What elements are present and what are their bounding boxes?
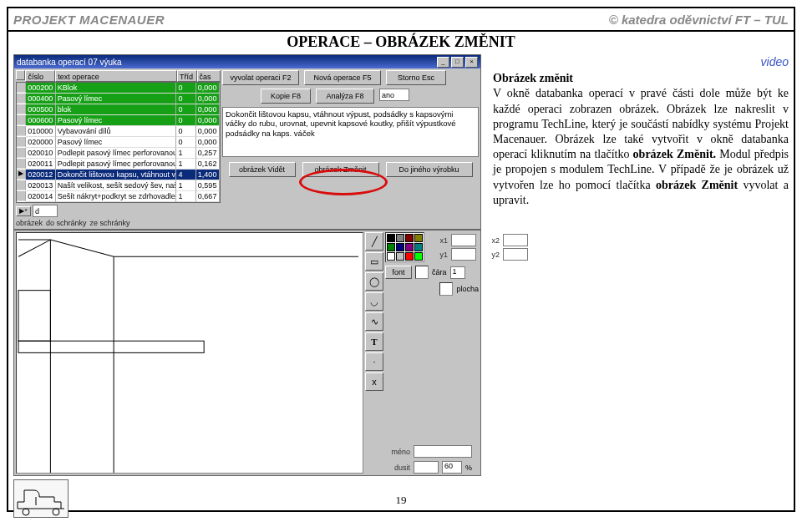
lbl-dusit: dusit xyxy=(385,464,410,472)
btn-nova[interactable]: Nová operace F5 xyxy=(304,70,381,85)
cell-c1: 020013 xyxy=(26,180,56,191)
table-row[interactable]: 020014Sešít nákryt+podkryt se zdrhovadle… xyxy=(17,191,220,202)
row-handle[interactable] xyxy=(17,115,26,125)
header-right: © katedra oděvnictví FT – TUL xyxy=(609,13,789,27)
tool-point[interactable]: · xyxy=(365,352,383,371)
input-y1[interactable] xyxy=(451,248,476,261)
cell-c4: 0,257 xyxy=(196,148,220,159)
input-meno[interactable] xyxy=(414,445,472,458)
input-percent[interactable]: 60 xyxy=(442,461,462,474)
line-style-preview[interactable] xyxy=(415,266,429,279)
svg-rect-3 xyxy=(18,291,50,342)
para-heading: Obrázek změnit xyxy=(493,72,573,84)
cell-c4: 0,667 xyxy=(196,191,220,202)
row-handle[interactable] xyxy=(17,137,26,147)
input-dusit[interactable] xyxy=(414,461,439,474)
cell-c4: 0,000 xyxy=(196,94,220,104)
video-link[interactable]: video xyxy=(493,54,789,69)
cell-c1: 000400 xyxy=(26,94,56,104)
para-bold1: obrázek Změnit. xyxy=(633,148,720,160)
btn-videt[interactable]: obrázek Vidět xyxy=(229,162,296,177)
lbl-y1: y1 xyxy=(428,251,448,259)
row-handle[interactable] xyxy=(17,83,26,93)
filter-input[interactable]: d xyxy=(33,205,58,217)
table-row[interactable]: 020010Podlepit pasový límec perforovanou… xyxy=(17,148,220,159)
btn-font[interactable]: font xyxy=(385,266,412,279)
close-button[interactable]: × xyxy=(465,57,478,68)
table-row[interactable]: 020000Pasový límec00,000 xyxy=(17,137,220,148)
swatch[interactable] xyxy=(396,243,404,251)
table-row[interactable]: 020011Podlepit pasový límec perforovanou… xyxy=(17,159,220,170)
cell-c3: 0 xyxy=(176,94,195,104)
row-handle[interactable] xyxy=(17,180,26,190)
cell-c3: 0 xyxy=(176,137,195,148)
row-handle[interactable] xyxy=(17,104,26,114)
maximize-button[interactable]: □ xyxy=(451,57,464,68)
table-row[interactable]: 000400Pasový límec00,000 xyxy=(17,94,220,104)
swatch[interactable] xyxy=(387,243,395,251)
tool-rect[interactable]: ▭ xyxy=(365,252,383,271)
table-row[interactable]: ▶020012Dokončit lištovou kapsu, vtáhnout… xyxy=(17,170,220,180)
table-row[interactable]: 010000Vybavování dílů00,000 xyxy=(17,126,220,137)
tool-arc[interactable]: ◡ xyxy=(365,292,383,311)
window-body: číslo text operace Tříd čas 000200KBlok0… xyxy=(14,68,480,229)
swatch[interactable] xyxy=(405,252,414,261)
row-handle[interactable] xyxy=(17,94,26,104)
fill-preview[interactable] xyxy=(439,282,453,296)
btn-storno[interactable]: Storno Esc xyxy=(386,70,446,85)
cell-c1: 020000 xyxy=(26,137,56,148)
page-title: OPERACE – OBRÁZEK ZMĚNIT xyxy=(8,33,794,51)
swatch[interactable] xyxy=(414,243,423,251)
row-handle[interactable] xyxy=(17,126,26,136)
footer-ze-schranky[interactable]: ze schránky xyxy=(90,219,130,227)
row-handle[interactable] xyxy=(17,191,26,201)
cell-c1: 000600 xyxy=(26,115,56,126)
swatch[interactable] xyxy=(405,243,414,251)
footer-do-schranky[interactable]: do schránky xyxy=(46,219,87,227)
cell-c1: 020012 xyxy=(26,170,56,180)
btn-jineho[interactable]: Do jiného výrobku xyxy=(386,162,473,177)
swatch[interactable] xyxy=(387,252,395,261)
grid-body[interactable]: 000200KBlok00,000000400Pasový límec00,00… xyxy=(16,82,221,203)
row-handle[interactable]: ▶ xyxy=(17,170,26,180)
swatch[interactable] xyxy=(405,234,414,242)
cell-c1: 010000 xyxy=(26,126,56,137)
swatch[interactable] xyxy=(396,234,404,242)
swatch[interactable] xyxy=(396,252,404,261)
btn-kopie[interactable]: Kopie F8 xyxy=(261,89,311,104)
color-palette[interactable] xyxy=(385,232,424,262)
swatch[interactable] xyxy=(387,234,395,242)
btn-analyza[interactable]: Analýza F8 xyxy=(316,89,374,104)
col-cislo[interactable]: číslo xyxy=(25,70,55,82)
tool-curve[interactable]: ∿ xyxy=(365,312,383,331)
input-x1[interactable] xyxy=(451,234,476,246)
btn-zmenit[interactable]: obrázek Změnit xyxy=(302,162,379,177)
table-row[interactable]: 000600Pasový límec00,000 xyxy=(17,115,220,126)
swatch[interactable] xyxy=(414,234,423,242)
field-ano[interactable]: ano xyxy=(379,89,409,101)
col-cas[interactable]: čas xyxy=(197,70,221,82)
swatch[interactable] xyxy=(414,252,423,261)
col-trid[interactable]: Tříd xyxy=(177,70,197,82)
table-row[interactable]: 000500blok00,000 xyxy=(17,104,220,115)
tool-ellipse[interactable]: ◯ xyxy=(365,272,383,291)
input-cara[interactable]: 1 xyxy=(450,266,465,279)
tool-text[interactable]: T xyxy=(365,332,383,351)
table-row[interactable]: 020013Našít velikost, sešít sedový šev, … xyxy=(17,180,220,191)
drawing-canvas[interactable] xyxy=(16,232,363,474)
screenshot-column: databanka operací 07 výuka _ □ × číslo xyxy=(13,54,481,489)
window-databanka: databanka operací 07 výuka _ □ × číslo xyxy=(13,54,481,230)
row-handle[interactable] xyxy=(17,159,26,169)
cell-c2: Pasový límec xyxy=(56,115,177,126)
tool-line[interactable]: ╱ xyxy=(365,232,383,251)
btn-vyvolat[interactable]: vyvolat operaci F2 xyxy=(222,70,299,85)
tool-x[interactable]: x xyxy=(365,372,383,391)
titlebar[interactable]: databanka operací 07 výuka _ □ × xyxy=(14,55,480,68)
table-row[interactable]: 000200KBlok00,000 xyxy=(17,83,220,94)
cell-c2: Dokončit lištovou kapsu, vtáhnout výpust… xyxy=(56,170,177,180)
cell-c2: Vybavování dílů xyxy=(56,126,177,137)
row-handle[interactable] xyxy=(17,148,26,158)
cell-c4: 1,400 xyxy=(196,170,220,180)
minimize-button[interactable]: _ xyxy=(437,57,449,68)
col-text[interactable]: text operace xyxy=(55,70,177,82)
